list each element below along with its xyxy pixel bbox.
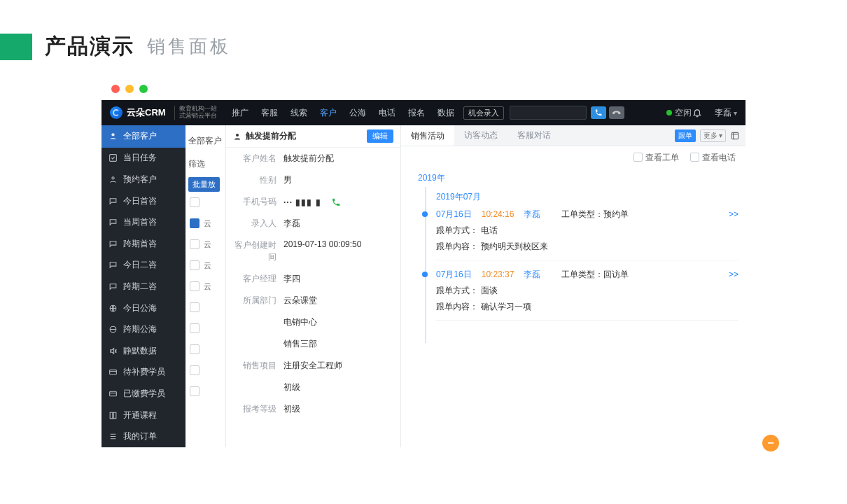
value-dept2: 电销中心 [284,316,317,328]
svg-rect-8 [732,132,738,139]
sidebar-item-reserve[interactable]: 预约客户 [102,169,186,190]
filter-label: 筛选 [186,154,225,177]
bell-icon[interactable] [692,108,702,118]
export-icon[interactable] [730,131,740,141]
sidebar-item-week-first[interactable]: 当周首咨 [102,211,186,233]
row-checkbox[interactable] [190,302,200,312]
value-phone-masked: ··· ▮▮▮ ▮ [284,197,321,207]
row-checkbox[interactable] [190,239,200,249]
row-checkbox[interactable] [190,365,200,375]
sidebar-item-cross-second[interactable]: 跨期二咨 [102,276,186,298]
brand-text: 云朵CRM [127,106,166,119]
sidebar-item-label: 我的订单 [123,430,157,442]
sidebar-item-cross-public[interactable]: 跨期公海 [102,318,186,340]
cell-text: 云 [204,239,211,250]
nav-service[interactable]: 客服 [256,104,283,122]
sidebar-item-today-public[interactable]: 今日公海 [102,298,186,319]
value-manager: 李四 [284,273,300,285]
row-checkbox[interactable] [190,281,200,291]
sidebar-item-label: 跨期首咨 [123,238,157,250]
row-checkbox[interactable] [190,218,200,228]
sidebar-item-paid[interactable]: 已缴费学员 [102,383,186,405]
row-checkbox[interactable] [190,260,200,270]
sidebar-header-label: 全部客户 [123,130,157,142]
nav-phone[interactable]: 电话 [374,104,400,122]
top-nav: 推广 客服 线索 客户 公海 电话 报名 数据 [227,104,459,122]
book-icon [108,411,118,420]
select-all-checkbox[interactable] [190,197,200,207]
call-icon[interactable] [331,197,341,207]
tab-service-chat[interactable]: 客服对话 [507,125,561,146]
entry-type: 工单类型：预约单 [561,209,629,220]
list-item[interactable] [186,339,225,360]
timeline-entry[interactable]: 07月16日 10:23:37 李磊 工单类型：回访单 >> 跟单方式：面谈 跟… [436,269,738,321]
list-item[interactable]: 云 [186,276,225,297]
sidebar: 全部客户 当日任务 预约客户 今日首咨 当周首咨 跨期首咨 今日二咨 跨期二咨 … [102,125,186,447]
svg-rect-5 [110,370,117,375]
more-dropdown[interactable]: 更多▾ [700,130,726,142]
edit-button[interactable]: 编辑 [367,130,393,143]
sidebar-item-orders[interactable]: 我的订单 [102,426,186,447]
value-name: 触发提前分配 [284,153,334,164]
list-icon [108,432,118,441]
sidebar-item-silent[interactable]: 静默数据 [102,340,186,362]
row-checkbox[interactable] [190,323,200,333]
floating-action-button[interactable]: − [762,435,779,451]
call-answer-icon[interactable] [591,106,606,119]
entry-more-link[interactable]: >> [729,209,738,219]
accent-block [0,34,32,60]
window-zoom-icon[interactable] [139,85,148,93]
filter-call[interactable]: 查看电话 [690,152,736,164]
sidebar-item-open-course[interactable]: 开通课程 [102,405,186,426]
sidebar-item-label: 开通课程 [123,410,157,421]
mute-icon [108,346,118,356]
tab-sales-activity[interactable]: 销售活动 [401,125,454,146]
row-checkbox[interactable] [190,386,200,396]
nav-customers[interactable]: 客户 [315,104,342,122]
timeline-entry[interactable]: 07月16日 10:24:16 李磊 工单类型：预约单 >> 跟单方式：电话 跟… [436,209,738,260]
list-item[interactable] [186,297,225,318]
sidebar-header[interactable]: 全部客户 [102,125,186,148]
sidebar-item-pending-pay[interactable]: 待补费学员 [102,362,186,384]
call-hangup-icon[interactable] [609,106,624,119]
nav-data[interactable]: 数据 [433,104,459,122]
person-icon [108,175,118,184]
label-project: 销售项目 [233,360,284,372]
sidebar-item-today-first[interactable]: 今日首咨 [102,190,186,212]
entry-user: 李磊 [524,269,540,281]
nav-public[interactable]: 公海 [344,104,371,122]
search-input[interactable] [510,106,587,120]
list-item[interactable] [186,360,225,381]
batch-release-button[interactable]: 批量放 [188,177,220,192]
user-menu[interactable]: 李磊 ▾ [715,107,737,119]
sidebar-item-today-second[interactable]: 今日二咨 [102,255,186,276]
brand-logo[interactable]: 云朵CRM 教育机构一站式营销云平台 [110,106,217,120]
row-checkbox[interactable] [190,344,200,354]
status-text: 空闲 [675,107,692,119]
list-item[interactable]: 云 [186,213,225,234]
sidebar-item-today-task[interactable]: 当日任务 [102,148,186,169]
opportunity-entry-button[interactable]: 机会录入 [463,106,504,120]
nav-leads[interactable]: 线索 [286,104,312,122]
list-item[interactable]: 云 [186,255,225,276]
list-item[interactable]: 云 [186,234,225,255]
nav-promote[interactable]: 推广 [227,104,253,122]
entry-method: 跟单方式：面谈 [436,285,738,297]
sidebar-item-cross-first[interactable]: 跨期首咨 [102,233,186,255]
nav-enroll[interactable]: 报名 [403,104,430,122]
label-level: 报考等级 [233,403,284,415]
window-close-icon[interactable] [111,85,120,93]
sidebar-item-label: 预约客户 [123,174,157,186]
page-heading: 产品演示 销售面板 [0,0,847,61]
chat-icon [108,218,118,227]
status-indicator[interactable]: 空闲 [666,107,692,119]
window-minimize-icon[interactable] [125,85,134,93]
window-controls [102,78,746,100]
filter-ticket[interactable]: 查看工单 [634,152,679,164]
follow-pill[interactable]: 跟单 [675,130,696,142]
list-item[interactable] [186,318,225,339]
list-item[interactable] [186,381,225,402]
tab-visitor[interactable]: 访客动态 [454,125,507,146]
entry-more-link[interactable]: >> [729,270,738,279]
cell-text: 云 [204,218,211,229]
